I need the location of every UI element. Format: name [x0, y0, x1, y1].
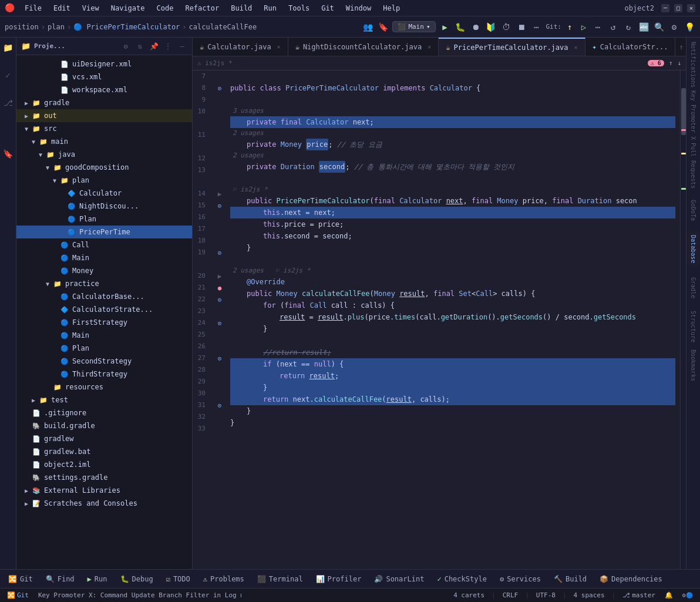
menu-git[interactable]: Git	[317, 3, 339, 14]
tab-close-icon[interactable]: ✕	[574, 44, 578, 51]
sidebar-pull-requests-icon[interactable]: ⎇	[1, 96, 15, 110]
tree-item-object2iml[interactable]: 📄 object2.iml	[16, 458, 192, 471]
bottom-tab-problems[interactable]: ⚠ Problems	[197, 571, 250, 587]
tree-item-gradle[interactable]: ▶ 📁 gradle	[16, 96, 192, 109]
bottom-tab-git[interactable]: 🔀 Git	[2, 571, 39, 587]
status-system-tray[interactable]: ⚙🔵	[680, 590, 695, 601]
bottom-tab-find[interactable]: 🔍 Find	[40, 571, 80, 587]
tree-item-resources[interactable]: 📁 resources	[16, 381, 192, 394]
translate-icon[interactable]: 🔤	[638, 21, 649, 33]
bottom-tab-build[interactable]: 🔨 Build	[548, 571, 593, 587]
tree-item-main[interactable]: ▼ 📁 main	[16, 135, 192, 148]
tree-item-buildgradle[interactable]: 🐘 build.gradle	[16, 419, 192, 432]
tree-item-Main2[interactable]: 🔵 Main	[16, 329, 192, 342]
tree-item-workspace[interactable]: 📄 workspace.xml	[16, 83, 192, 96]
tree-item-test[interactable]: ▶ 📁 test	[16, 394, 192, 406]
tree-item-Main[interactable]: 🔵 Main	[16, 251, 192, 264]
tree-item-gitignore[interactable]: 📄 .gitignore	[16, 406, 192, 419]
tree-item-CalculatorStrate[interactable]: 🔷 CalculatorStrate...	[16, 303, 192, 316]
bottom-tab-checkstyle[interactable]: ✓ CheckStyle	[431, 571, 492, 587]
status-indent[interactable]: 4 spaces	[571, 590, 607, 601]
git-pull-icon[interactable]: ▷	[578, 21, 590, 33]
bookmark-add-icon[interactable]: 🔖	[377, 21, 389, 33]
breadcrumb-part-2[interactable]: 🔵 PricePerTimeCalculator	[73, 23, 180, 31]
tree-item-scratches[interactable]: ▶ 📝 Scratches and Consoles	[16, 497, 192, 510]
menu-view[interactable]: View	[78, 3, 104, 14]
branch-selector[interactable]: ⬛ Main ▾	[392, 21, 435, 32]
help-icon[interactable]: 💡	[684, 21, 695, 33]
right-panel-pullrequests[interactable]: Pull Requests	[688, 142, 699, 189]
status-notifications[interactable]: 🔔	[662, 590, 675, 601]
tree-item-NightDiscount[interactable]: 🔵 NightDiscou...	[16, 200, 192, 213]
run-config-icon[interactable]: ⏺	[470, 21, 482, 33]
tree-item-goodComposition[interactable]: ▼ 📁 goodComposition	[16, 161, 192, 174]
mini-scrollbar[interactable]	[680, 70, 686, 569]
menu-code[interactable]: Code	[152, 3, 179, 14]
scrollbar-thumb[interactable]	[681, 88, 686, 135]
tree-item-src[interactable]: ▼ 📁 src	[16, 122, 192, 135]
tree-item-Money[interactable]: 🔵 Money	[16, 264, 192, 277]
bottom-tab-terminal[interactable]: ⬛ Terminal	[251, 571, 309, 587]
status-branch[interactable]: ⎇ master	[620, 590, 658, 601]
tree-item-Call[interactable]: 🔵 Call	[16, 238, 192, 251]
bottom-tab-sonarlint[interactable]: 🔊 SonarLint	[368, 571, 430, 587]
bottom-tab-debug[interactable]: 🐛 Debug	[115, 571, 159, 587]
right-panel-godota[interactable]: GoDoTa	[688, 193, 699, 228]
menu-refactor[interactable]: Refactor	[180, 3, 224, 14]
redo-icon[interactable]: ↻	[622, 21, 634, 33]
panel-close-icon[interactable]: —	[177, 41, 187, 52]
tree-item-Plan2[interactable]: 🔵 Plan	[16, 342, 192, 355]
tabs-scroll-left-icon[interactable]: ↑	[679, 43, 683, 51]
run-icon[interactable]: ▶	[439, 21, 451, 33]
undo-icon[interactable]: ↺	[607, 21, 619, 33]
breadcrumb-part-0[interactable]: position	[5, 23, 39, 31]
team-icon[interactable]: 👥	[362, 21, 373, 33]
status-line-ending[interactable]: CRLF	[500, 590, 521, 601]
status-git-icon[interactable]: 🔀 Git	[5, 590, 31, 601]
panel-expand-icon[interactable]: ⇅	[134, 41, 145, 52]
tree-item-plan[interactable]: ▼ 📁 plan	[16, 174, 192, 187]
tab-calculatorstr[interactable]: ✦ CalculatorStr...	[585, 38, 676, 56]
tree-item-Calculator[interactable]: 🔷 Calculator	[16, 187, 192, 200]
menu-navigate[interactable]: Navigate	[106, 3, 150, 14]
tree-item-out[interactable]: ▶ 📁 out	[16, 109, 192, 122]
tab-close-icon[interactable]: ✕	[428, 43, 431, 50]
tab-calculator[interactable]: ☕ Calculator.java ✕	[193, 38, 288, 56]
minimize-button[interactable]: ─	[661, 4, 669, 12]
search-everywhere-icon[interactable]: 🔍	[653, 21, 665, 33]
menu-window[interactable]: Window	[341, 3, 376, 14]
tree-item-SecondStrategy[interactable]: 🔵 SecondStrategy	[16, 355, 192, 368]
tab-pricepertime[interactable]: ☕ PricePerTimeCalculator.java ✕	[439, 38, 585, 56]
git-more-icon[interactable]: ⋯	[592, 21, 604, 33]
bottom-tab-profiler[interactable]: 📊 Profiler	[310, 571, 368, 587]
tree-item-gradlew-bat[interactable]: 📄 gradlew.bat	[16, 445, 192, 458]
bottom-tab-dependencies[interactable]: 📦 Dependencies	[594, 571, 668, 587]
tree-item-ThirdStrategy[interactable]: 🔵 ThirdStrategy	[16, 368, 192, 381]
right-panel-notifications[interactable]: Notifications	[688, 41, 699, 88]
sidebar-commit-icon[interactable]: ✓	[1, 68, 15, 82]
status-carets[interactable]: 4 carets	[451, 590, 487, 601]
alerts-nav-down[interactable]: ↓	[677, 59, 681, 67]
code-content[interactable]: public class PricePerTimeCalculator impl…	[226, 70, 680, 569]
right-panel-structure[interactable]: Structure	[688, 309, 699, 344]
right-panel-gradle[interactable]: Gradle	[688, 270, 699, 305]
tree-item-uiDesigner[interactable]: 📄 uiDesigner.xml	[16, 58, 192, 70]
close-button[interactable]: ✕	[687, 4, 695, 12]
right-panel-keypromoter[interactable]: Key Promoter X	[688, 92, 699, 139]
bottom-tab-services[interactable]: ⚙ Services	[494, 571, 547, 587]
tree-item-CalculatorBase[interactable]: 🔵 CalculatorBase...	[16, 290, 192, 303]
sidebar-project-icon[interactable]: 📁	[1, 41, 15, 55]
run-with-coverage-icon[interactable]: 🔰	[485, 21, 497, 33]
bottom-tab-run[interactable]: ▶ Run	[82, 571, 113, 587]
panel-settings-icon[interactable]: ⚙	[120, 41, 131, 52]
panel-pin-icon[interactable]: 📌	[149, 41, 159, 52]
settings-icon[interactable]: ⚙	[668, 21, 680, 33]
tree-item-FirstStrategy[interactable]: 🔵 FirstStrategy	[16, 316, 192, 329]
tree-item-settingsgradle[interactable]: 🐘 settings.gradle	[16, 471, 192, 484]
breadcrumb-part-3[interactable]: calculateCallFee	[189, 23, 257, 31]
tree-item-java[interactable]: ▼ 📁 java	[16, 148, 192, 161]
panel-more-icon[interactable]: ⋮	[163, 41, 173, 52]
profile-icon[interactable]: ⏱	[500, 21, 512, 33]
sidebar-bookmarks-icon[interactable]: 🔖	[1, 147, 15, 161]
menu-help[interactable]: Help	[378, 3, 405, 14]
